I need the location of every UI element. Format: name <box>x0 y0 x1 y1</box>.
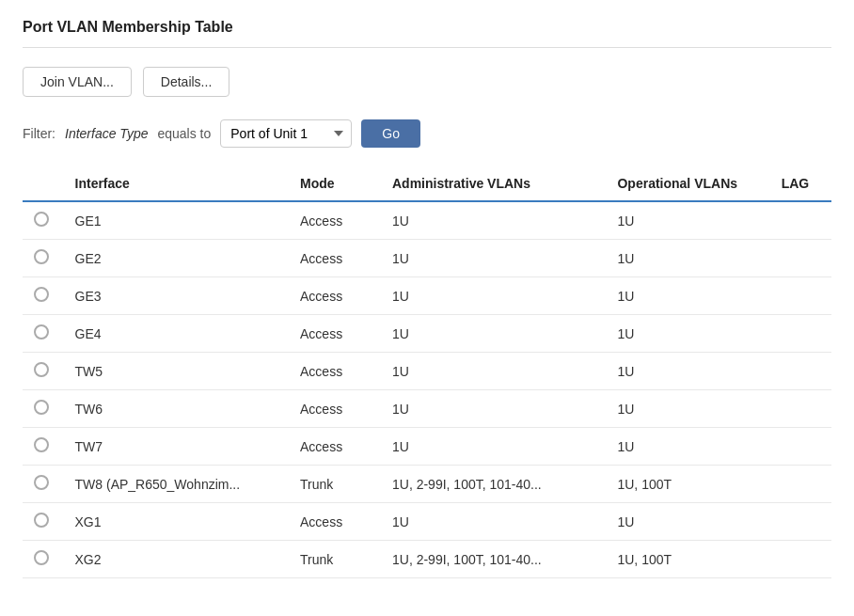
go-button[interactable]: Go <box>361 119 420 148</box>
table-row: GE4 Access 1U 1U <box>23 315 831 353</box>
row-interface: TW8 (AP_R650_Wohnzim... <box>64 466 289 503</box>
filter-equals-label: equals to <box>157 126 211 141</box>
table-row: TW5 Access 1U 1U <box>23 353 831 390</box>
row-admin-vlans: 1U <box>381 240 606 277</box>
table-header-row: Interface Mode Administrative VLANs Oper… <box>23 166 831 201</box>
row-admin-vlans: 1U <box>381 390 606 428</box>
row-radio-cell <box>23 390 64 428</box>
row-lag <box>770 277 831 315</box>
row-interface: TW7 <box>64 428 289 466</box>
row-interface: XG2 <box>64 541 289 578</box>
row-interface: XG1 <box>64 503 289 541</box>
row-admin-vlans: 1U, 2-99I, 100T, 101-40... <box>381 466 606 503</box>
table-row: XG2 Trunk 1U, 2-99I, 100T, 101-40... 1U,… <box>23 541 831 578</box>
filter-field-label: Interface Type <box>65 126 148 141</box>
row-mode: Trunk <box>289 466 381 503</box>
radio-button[interactable] <box>34 287 49 302</box>
row-lag <box>770 428 831 466</box>
row-radio-cell <box>23 353 64 390</box>
row-interface: TW5 <box>64 353 289 390</box>
row-oper-vlans: 1U, 100T <box>606 541 769 578</box>
row-oper-vlans: 1U, 100T <box>606 466 769 503</box>
table-row: XG1 Access 1U 1U <box>23 503 831 541</box>
details-button[interactable]: Details... <box>143 67 229 97</box>
row-lag <box>770 390 831 428</box>
radio-button[interactable] <box>34 324 49 340</box>
col-header-mode: Mode <box>289 166 381 201</box>
row-mode: Access <box>289 428 381 466</box>
row-interface: GE2 <box>64 240 289 277</box>
row-mode: Access <box>289 315 381 353</box>
row-radio-cell <box>23 277 64 315</box>
row-lag <box>770 240 831 277</box>
radio-button[interactable] <box>34 550 49 565</box>
row-oper-vlans: 1U <box>606 503 769 541</box>
row-radio-cell <box>23 503 64 541</box>
row-mode: Access <box>289 503 381 541</box>
filter-row: Filter: Interface Type equals to Port of… <box>23 119 831 148</box>
row-admin-vlans: 1U, 2-99I, 100T, 101-40... <box>381 541 606 578</box>
row-admin-vlans: 1U <box>381 353 606 390</box>
row-interface: GE1 <box>64 201 289 240</box>
radio-button[interactable] <box>34 400 49 415</box>
table-row: GE1 Access 1U 1U <box>23 201 831 240</box>
row-mode: Access <box>289 201 381 240</box>
row-mode: Access <box>289 277 381 315</box>
radio-button[interactable] <box>34 513 49 528</box>
table-row: GE3 Access 1U 1U <box>23 277 831 315</box>
row-mode: Trunk <box>289 541 381 578</box>
row-radio-cell <box>23 315 64 353</box>
page-title: Port VLAN Membership Table <box>23 19 831 48</box>
filter-select[interactable]: Port of Unit 1 Port of Unit 2 LAG VLAN <box>220 119 352 148</box>
row-radio-cell <box>23 201 64 240</box>
row-mode: Access <box>289 353 381 390</box>
row-radio-cell <box>23 541 64 578</box>
radio-button[interactable] <box>34 249 49 264</box>
row-oper-vlans: 1U <box>606 428 769 466</box>
row-interface: GE4 <box>64 315 289 353</box>
row-oper-vlans: 1U <box>606 353 769 390</box>
row-interface: GE3 <box>64 277 289 315</box>
row-oper-vlans: 1U <box>606 201 769 240</box>
row-lag <box>770 315 831 353</box>
col-header-oper-vlans: Operational VLANs <box>606 166 769 201</box>
row-admin-vlans: 1U <box>381 315 606 353</box>
radio-button[interactable] <box>34 212 49 227</box>
toolbar: Join VLAN... Details... <box>23 67 831 97</box>
table-row: GE2 Access 1U 1U <box>23 240 831 277</box>
col-header-interface: Interface <box>64 166 289 201</box>
col-header-lag: LAG <box>770 166 831 201</box>
row-lag <box>770 353 831 390</box>
join-vlan-button[interactable]: Join VLAN... <box>23 67 132 97</box>
filter-label: Filter: <box>23 126 55 141</box>
row-oper-vlans: 1U <box>606 277 769 315</box>
vlan-membership-table: Interface Mode Administrative VLANs Oper… <box>23 166 831 578</box>
row-lag <box>770 201 831 240</box>
row-admin-vlans: 1U <box>381 277 606 315</box>
col-header-select <box>23 166 64 201</box>
row-lag <box>770 503 831 541</box>
row-radio-cell <box>23 466 64 503</box>
radio-button[interactable] <box>34 437 49 452</box>
table-row: TW8 (AP_R650_Wohnzim... Trunk 1U, 2-99I,… <box>23 466 831 503</box>
row-lag <box>770 466 831 503</box>
row-radio-cell <box>23 428 64 466</box>
row-oper-vlans: 1U <box>606 315 769 353</box>
row-admin-vlans: 1U <box>381 503 606 541</box>
row-mode: Access <box>289 240 381 277</box>
row-mode: Access <box>289 390 381 428</box>
row-radio-cell <box>23 240 64 277</box>
row-admin-vlans: 1U <box>381 428 606 466</box>
row-oper-vlans: 1U <box>606 390 769 428</box>
table-row: TW7 Access 1U 1U <box>23 428 831 466</box>
row-oper-vlans: 1U <box>606 240 769 277</box>
row-admin-vlans: 1U <box>381 201 606 240</box>
row-interface: TW6 <box>64 390 289 428</box>
table-row: TW6 Access 1U 1U <box>23 390 831 428</box>
radio-button[interactable] <box>34 362 49 377</box>
row-lag <box>770 541 831 578</box>
radio-button[interactable] <box>34 475 49 490</box>
col-header-admin-vlans: Administrative VLANs <box>381 166 606 201</box>
